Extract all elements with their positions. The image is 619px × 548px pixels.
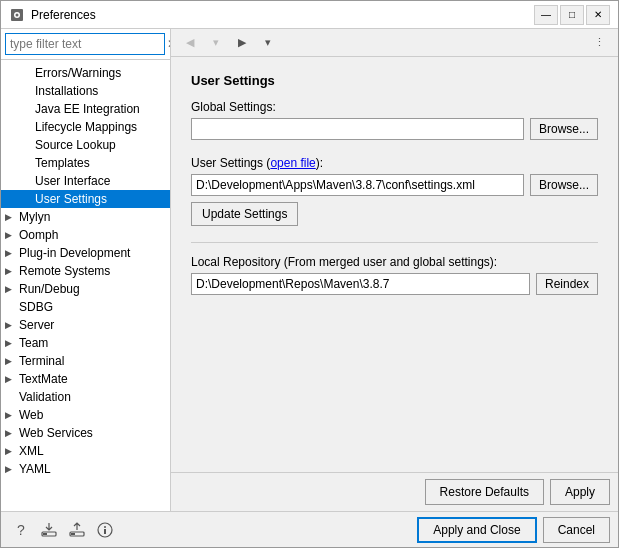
- sidebar-item-source-lookup[interactable]: Source Lookup: [1, 136, 170, 154]
- sidebar-item-user-interface[interactable]: User Interface: [1, 172, 170, 190]
- chevron-right-icon: ▶: [5, 212, 17, 222]
- sidebar-item-xml[interactable]: ▶ XML: [1, 442, 170, 460]
- sidebar-item-installations[interactable]: Installations: [1, 82, 170, 100]
- sidebar-item-label: Templates: [35, 156, 90, 170]
- global-settings-group: Global Settings: Browse...: [191, 100, 598, 140]
- user-browse-button[interactable]: Browse...: [530, 174, 598, 196]
- filter-input[interactable]: [5, 33, 165, 55]
- import-button[interactable]: [65, 518, 89, 542]
- sidebar-item-label: Remote Systems: [19, 264, 110, 278]
- sidebar-item-web-services[interactable]: ▶ Web Services: [1, 424, 170, 442]
- global-settings-label: Global Settings:: [191, 100, 598, 114]
- apply-button[interactable]: Apply: [550, 479, 610, 505]
- sidebar-item-templates[interactable]: Templates: [1, 154, 170, 172]
- update-settings-button[interactable]: Update Settings: [191, 202, 298, 226]
- local-repo-label: Local Repository (From merged user and g…: [191, 255, 598, 269]
- sidebar-item-oomph[interactable]: ▶ Oomph: [1, 226, 170, 244]
- help-button[interactable]: ?: [9, 518, 33, 542]
- sidebar-item-mylyn[interactable]: ▶ Mylyn: [1, 208, 170, 226]
- content-area: ✕ Errors/Warnings Installations Java EE …: [1, 29, 618, 511]
- chevron-right-icon: ▶: [5, 320, 17, 330]
- sidebar-item-label: Terminal: [19, 354, 64, 368]
- chevron-right-icon: ▶: [5, 230, 17, 240]
- bottom-bar: Restore Defaults Apply: [171, 472, 618, 511]
- preferences-window: Preferences — □ ✕ ✕ Errors/Warnings: [0, 0, 619, 548]
- sidebar-item-textmate[interactable]: ▶ TextMate: [1, 370, 170, 388]
- minimize-button[interactable]: —: [534, 5, 558, 25]
- local-repo-input[interactable]: [191, 273, 530, 295]
- forward-button[interactable]: ▶: [231, 33, 253, 53]
- title-bar: Preferences — □ ✕: [1, 1, 618, 29]
- close-button[interactable]: ✕: [586, 5, 610, 25]
- back-button[interactable]: ◀: [179, 33, 201, 53]
- sidebar-item-label: Team: [19, 336, 48, 350]
- apply-close-button[interactable]: Apply and Close: [417, 517, 536, 543]
- sidebar-item-lifecycle-mappings[interactable]: Lifecycle Mappings: [1, 118, 170, 136]
- svg-rect-9: [104, 529, 106, 534]
- window-icon: [9, 7, 25, 23]
- chevron-right-icon: ▶: [5, 374, 17, 384]
- sidebar-item-remote-systems[interactable]: ▶ Remote Systems: [1, 262, 170, 280]
- footer-bar: ?: [1, 511, 618, 547]
- chevron-right-icon: ▶: [5, 446, 17, 456]
- sidebar-item-label: YAML: [19, 462, 51, 476]
- sidebar-item-label: Web Services: [19, 426, 93, 440]
- global-browse-button[interactable]: Browse...: [530, 118, 598, 140]
- sidebar-item-plug-in-development[interactable]: ▶ Plug-in Development: [1, 244, 170, 262]
- sidebar-item-server[interactable]: ▶ Server: [1, 316, 170, 334]
- restore-defaults-button[interactable]: Restore Defaults: [425, 479, 544, 505]
- sidebar-item-label: Web: [19, 408, 43, 422]
- sidebar-item-yaml[interactable]: ▶ YAML: [1, 460, 170, 478]
- sidebar-item-web[interactable]: ▶ Web: [1, 406, 170, 424]
- sidebar-item-terminal[interactable]: ▶ Terminal: [1, 352, 170, 370]
- menu-button[interactable]: ⋮: [588, 33, 610, 53]
- user-settings-row: Browse...: [191, 174, 598, 196]
- chevron-right-icon: ▶: [5, 356, 17, 366]
- sidebar-item-sdbg[interactable]: SDBG: [1, 298, 170, 316]
- sidebar-item-user-settings[interactable]: User Settings: [1, 190, 170, 208]
- global-settings-input[interactable]: [191, 118, 524, 140]
- open-file-link[interactable]: open file: [270, 156, 315, 170]
- reindex-button[interactable]: Reindex: [536, 273, 598, 295]
- sidebar-item-java-ee-integration[interactable]: Java EE Integration: [1, 100, 170, 118]
- svg-rect-6: [71, 533, 75, 535]
- user-settings-group: User Settings (open file): Browse... Upd…: [191, 156, 598, 226]
- svg-point-8: [104, 526, 106, 528]
- dropdown-icon: ▾: [213, 36, 219, 49]
- main-panel: ◀ ▾ ▶ ▾ ⋮ User Settings: [171, 29, 618, 511]
- sidebar-item-run-debug[interactable]: ▶ Run/Debug: [1, 280, 170, 298]
- sidebar-item-label: Validation: [19, 390, 71, 404]
- help-icon: ?: [17, 522, 25, 538]
- section-title: User Settings: [191, 73, 598, 88]
- user-settings-input[interactable]: [191, 174, 524, 196]
- user-settings-label: User Settings (open file):: [191, 156, 598, 170]
- sidebar-item-label: XML: [19, 444, 44, 458]
- local-repo-section: Local Repository (From merged user and g…: [191, 255, 598, 295]
- menu-icon: ⋮: [594, 36, 605, 49]
- footer-icons: ?: [9, 518, 117, 542]
- dropdown-icon: ▾: [265, 36, 271, 49]
- sidebar-item-label: User Settings: [35, 192, 107, 206]
- forward-dropdown-button[interactable]: ▾: [257, 33, 279, 53]
- sidebar-item-label: SDBG: [19, 300, 53, 314]
- cancel-button[interactable]: Cancel: [543, 517, 610, 543]
- info-button[interactable]: [93, 518, 117, 542]
- footer-action-buttons: Apply and Close Cancel: [417, 517, 610, 543]
- tree-container[interactable]: Errors/Warnings Installations Java EE In…: [1, 60, 170, 511]
- maximize-button[interactable]: □: [560, 5, 584, 25]
- sidebar-item-label: Installations: [35, 84, 98, 98]
- sidebar-item-label: TextMate: [19, 372, 68, 386]
- sidebar-item-team[interactable]: ▶ Team: [1, 334, 170, 352]
- main-toolbar: ◀ ▾ ▶ ▾ ⋮: [171, 29, 618, 57]
- local-repo-row: Reindex: [191, 273, 598, 295]
- sidebar-item-label: User Interface: [35, 174, 110, 188]
- chevron-right-icon: ▶: [5, 428, 17, 438]
- sidebar-item-validation[interactable]: Validation: [1, 388, 170, 406]
- back-dropdown-button[interactable]: ▾: [205, 33, 227, 53]
- sidebar-item-errors-warnings[interactable]: Errors/Warnings: [1, 64, 170, 82]
- chevron-right-icon: ▶: [5, 284, 17, 294]
- sidebar-item-label: Source Lookup: [35, 138, 116, 152]
- window-title: Preferences: [31, 8, 534, 22]
- sidebar-item-label: Java EE Integration: [35, 102, 140, 116]
- export-button[interactable]: [37, 518, 61, 542]
